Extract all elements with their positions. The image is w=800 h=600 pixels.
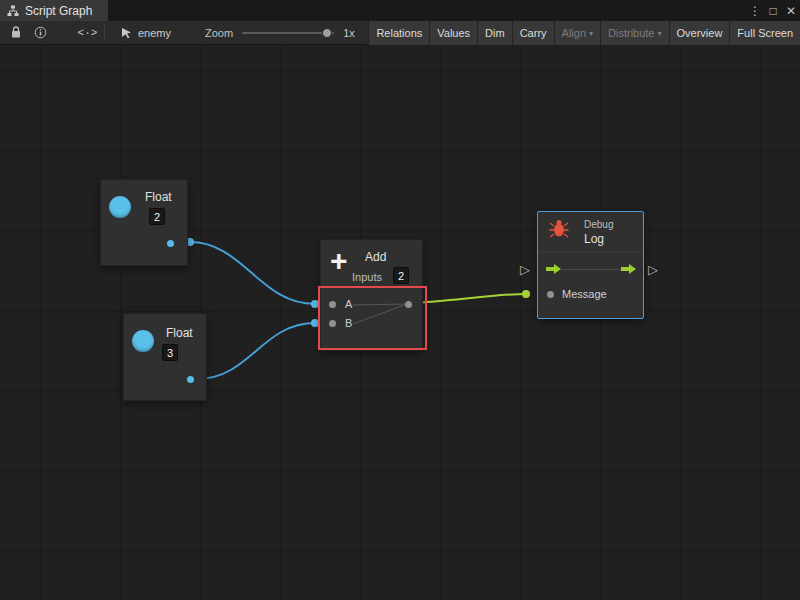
zoom-label: Zoom	[205, 27, 233, 39]
carry-button[interactable]: Carry	[512, 21, 554, 45]
message-port-label: Message	[562, 288, 607, 300]
align-dropdown[interactable]: Align ▾	[554, 21, 600, 45]
port-a-label: A	[345, 298, 352, 310]
tab-title: Script Graph	[25, 4, 92, 18]
inputs-count-field[interactable]: 2	[393, 267, 409, 284]
overview-button[interactable]: Overview	[669, 21, 730, 45]
port-a-dot[interactable]	[329, 301, 336, 308]
plus-icon: +	[330, 240, 348, 282]
code-icon: <·>	[78, 27, 98, 39]
graph-toolbar: <·> enemy Zoom 1x Relations Values Dim	[0, 21, 800, 45]
message-port-dot[interactable]	[547, 291, 554, 298]
chevron-down-icon: ▾	[589, 29, 593, 38]
port-b-dot[interactable]	[329, 320, 336, 327]
carry-label: Carry	[520, 27, 547, 39]
float-value-port[interactable]	[132, 330, 154, 352]
float-value-port[interactable]	[109, 196, 131, 218]
info-icon	[34, 26, 47, 39]
titlebar-spacer	[108, 0, 746, 21]
align-label: Align	[562, 27, 586, 39]
toolbar-separator	[104, 25, 105, 40]
lock-button[interactable]	[3, 21, 28, 45]
dim-label: Dim	[485, 27, 505, 39]
node-title: Log	[584, 232, 604, 246]
close-icon[interactable]: ✕	[782, 0, 800, 21]
values-label: Values	[437, 27, 470, 39]
chevron-down-icon: ▾	[658, 29, 662, 38]
wire-add-to-message[interactable]	[411, 294, 526, 303]
pointer-icon	[121, 27, 133, 39]
wire-endpoint-dot[interactable]	[311, 319, 319, 327]
code-view-button[interactable]: <·>	[75, 21, 100, 45]
node-title: Float	[145, 190, 172, 204]
overview-label: Overview	[677, 27, 723, 39]
node-header-divider	[538, 252, 643, 253]
flow-in-arrow-icon[interactable]	[546, 263, 562, 275]
inputs-label: Inputs	[352, 271, 382, 283]
debug-log-node[interactable]: Debug Log Message	[537, 211, 644, 319]
graph-canvas[interactable]: Float 2 Float 3 + Add Inputs 2 A B	[0, 45, 800, 600]
float-value-field[interactable]: 3	[162, 344, 178, 361]
toolbar-button-group: Relations Values Dim Carry Align ▾ Distr…	[368, 21, 800, 45]
flow-input-triangle-icon[interactable]: ▷	[520, 263, 530, 277]
add-output-port[interactable]	[405, 301, 412, 308]
info-button[interactable]	[28, 21, 53, 45]
full-screen-button[interactable]: Full Screen	[729, 21, 800, 45]
float-output-port[interactable]	[187, 376, 194, 383]
dim-button[interactable]: Dim	[477, 21, 512, 45]
float-output-port[interactable]	[167, 240, 174, 247]
window-menu-icon[interactable]: ⋮	[746, 0, 764, 21]
wire-endpoint-dot[interactable]	[311, 300, 319, 308]
relations-button[interactable]: Relations	[368, 21, 429, 45]
graph-target[interactable]: enemy	[121, 27, 171, 39]
flow-output-triangle-icon[interactable]: ▷	[648, 263, 658, 277]
tab-script-graph[interactable]: Script Graph	[0, 0, 108, 21]
float-node-3[interactable]: Float 3	[123, 313, 207, 401]
relations-label: Relations	[376, 27, 422, 39]
target-name: enemy	[138, 27, 171, 39]
title-bar: Script Graph ⋮ □ ✕	[0, 0, 800, 21]
lock-icon	[10, 26, 22, 39]
node-title: Add	[365, 250, 386, 264]
zoom-slider-handle[interactable]	[322, 28, 332, 38]
float-node-2[interactable]: Float 2	[100, 179, 188, 266]
add-node[interactable]: + Add Inputs 2 A B	[320, 239, 423, 351]
graph-icon	[7, 5, 19, 17]
wire-float3-to-port-b[interactable]	[197, 323, 315, 379]
full-screen-label: Full Screen	[737, 27, 793, 39]
distribute-label: Distribute	[608, 27, 654, 39]
script-graph-window: Script Graph ⋮ □ ✕ <·>	[0, 0, 800, 600]
node-category: Debug	[584, 219, 613, 230]
float-value-field[interactable]: 2	[149, 208, 165, 225]
maximize-icon[interactable]: □	[764, 0, 782, 21]
zoom-value: 1x	[343, 27, 355, 39]
wire-float2-to-port-a[interactable]	[190, 242, 315, 304]
distribute-dropdown[interactable]: Distribute ▾	[600, 21, 668, 45]
bug-icon	[549, 219, 569, 238]
flow-relation-line	[562, 269, 621, 270]
wire-endpoint-dot[interactable]	[522, 290, 530, 298]
zoom-slider[interactable]	[242, 32, 334, 34]
port-b-label: B	[345, 317, 352, 329]
values-button[interactable]: Values	[429, 21, 477, 45]
flow-out-arrow-icon[interactable]	[621, 263, 637, 275]
node-title: Float	[166, 326, 193, 340]
